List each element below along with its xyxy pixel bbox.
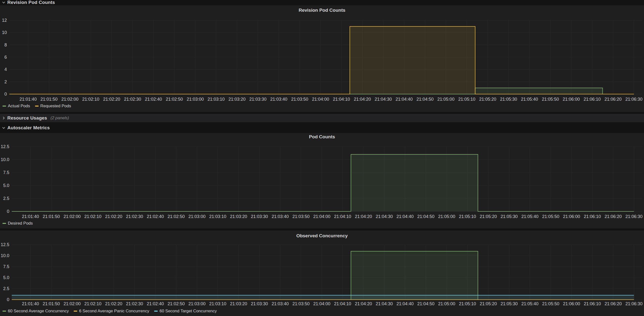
x-tick-label: 21:03:10 bbox=[209, 301, 226, 306]
x-tick-label: 21:03:20 bbox=[230, 214, 247, 219]
pod-counts-legend: Desired Pods bbox=[2, 221, 33, 226]
y-tick-label: 2.5 bbox=[3, 286, 9, 291]
x-axis-labels: 21:01:4021:01:5021:02:0021:02:1021:02:20… bbox=[22, 301, 642, 306]
x-tick-label: 21:06:30 bbox=[626, 214, 642, 219]
legend-item[interactable]: 60 Second Target Concurrency bbox=[154, 309, 217, 314]
section-header-resource-usages[interactable]: Resource Usages (2 panels) bbox=[0, 114, 644, 122]
section-label: Resource Usages bbox=[7, 115, 47, 121]
x-tick-label: 21:02:40 bbox=[147, 214, 164, 219]
y-tick-label: 2.5 bbox=[3, 196, 9, 201]
y-tick-label: 0 bbox=[4, 92, 7, 96]
x-tick-label: 21:04:10 bbox=[334, 214, 351, 219]
chevron-down-icon bbox=[0, 0, 7, 4]
x-tick-label: 21:04:10 bbox=[333, 97, 350, 102]
legend-item[interactable]: Desired Pods bbox=[2, 221, 33, 226]
y-tick-label: 7.5 bbox=[3, 170, 9, 175]
x-tick-label: 21:01:40 bbox=[22, 214, 39, 219]
x-tick-label: 21:03:40 bbox=[270, 97, 288, 102]
grid bbox=[12, 245, 642, 300]
x-tick-label: 21:03:40 bbox=[272, 214, 289, 219]
section-label: Autoscaler Metrics bbox=[7, 125, 50, 130]
x-tick-label: 21:06:30 bbox=[626, 301, 642, 306]
series-fill bbox=[9, 26, 634, 94]
x-tick-label: 21:06:10 bbox=[584, 97, 601, 102]
x-tick-label: 21:01:40 bbox=[20, 97, 37, 102]
x-tick-label: 21:04:00 bbox=[312, 97, 329, 102]
x-tick-label: 21:01:40 bbox=[22, 301, 39, 306]
x-tick-label: 21:04:30 bbox=[376, 301, 393, 306]
observed-concurrency-plot[interactable]: 02.55.07.510.012.521:01:4021:01:5021:02:… bbox=[0, 231, 644, 316]
y-axis-labels: 024681012 bbox=[2, 18, 7, 96]
section-header-autoscaler-metrics[interactable]: Autoscaler Metrics bbox=[0, 124, 644, 132]
y-tick-label: 4 bbox=[4, 67, 7, 72]
x-tick-label: 21:04:20 bbox=[354, 97, 371, 102]
x-tick-label: 21:04:50 bbox=[417, 214, 434, 219]
legend-swatch bbox=[2, 223, 6, 224]
x-tick-label: 21:01:50 bbox=[43, 301, 60, 306]
x-tick-label: 21:02:40 bbox=[147, 301, 164, 306]
series-fill bbox=[9, 88, 634, 94]
legend-item[interactable]: 60 Second Average Concurrency bbox=[2, 309, 69, 314]
x-tick-label: 21:04:30 bbox=[375, 97, 392, 102]
x-tick-label: 21:04:00 bbox=[313, 214, 330, 219]
pod-counts-plot[interactable]: 02.55.07.510.012.521:01:4021:01:5021:02:… bbox=[0, 133, 644, 229]
x-tick-label: 21:03:00 bbox=[188, 301, 206, 306]
x-tick-label: 21:05:10 bbox=[459, 214, 476, 219]
x-tick-label: 21:06:00 bbox=[563, 214, 580, 219]
legend-item[interactable]: 6 Second Average Panic Concurrency bbox=[74, 309, 149, 314]
y-tick-label: 8 bbox=[4, 42, 7, 47]
x-tick-label: 21:05:20 bbox=[480, 214, 497, 219]
x-tick-label: 21:02:30 bbox=[124, 97, 141, 102]
x-tick-label: 21:04:20 bbox=[355, 214, 372, 219]
x-tick-label: 21:05:30 bbox=[500, 214, 518, 219]
x-tick-label: 21:02:30 bbox=[126, 301, 143, 306]
x-tick-label: 21:05:00 bbox=[437, 97, 454, 102]
x-tick-label: 21:03:30 bbox=[251, 301, 268, 306]
grid bbox=[9, 20, 642, 94]
observed-concurrency-legend: 60 Second Average Concurrency6 Second Av… bbox=[2, 309, 217, 314]
x-tick-label: 21:06:20 bbox=[604, 97, 622, 102]
legend-swatch bbox=[2, 311, 6, 312]
series-line bbox=[12, 154, 634, 211]
x-tick-label: 21:06:00 bbox=[563, 97, 580, 102]
legend-label: Actual Pods bbox=[8, 104, 30, 108]
x-tick-label: 21:03:10 bbox=[209, 214, 226, 219]
x-tick-label: 21:03:00 bbox=[188, 214, 206, 219]
x-tick-label: 21:05:00 bbox=[438, 301, 455, 306]
grid bbox=[12, 147, 642, 211]
legend-item[interactable]: Requested Pods bbox=[35, 104, 71, 108]
y-tick-label: 2 bbox=[4, 79, 7, 84]
revision-pod-counts-plot[interactable]: 02468101221:01:4021:01:5021:02:0021:02:1… bbox=[0, 5, 644, 112]
x-tick-label: 21:04:40 bbox=[396, 214, 414, 219]
legend-swatch bbox=[2, 106, 6, 107]
x-tick-label: 21:02:40 bbox=[145, 97, 162, 102]
y-tick-label: 0 bbox=[7, 209, 9, 214]
y-axis-labels: 02.55.07.510.012.5 bbox=[1, 144, 9, 214]
x-tick-label: 21:02:50 bbox=[168, 214, 185, 219]
x-tick-label: 21:05:10 bbox=[458, 97, 475, 102]
panel-revision-pod-counts: Revision Pod Counts 02468101221:01:4021:… bbox=[0, 5, 644, 112]
section-header-revision-pod-counts[interactable]: Revision Pod Counts bbox=[0, 0, 644, 5]
x-tick-label: 21:03:10 bbox=[208, 97, 225, 102]
y-tick-label: 12 bbox=[2, 18, 7, 23]
x-tick-label: 21:01:50 bbox=[43, 214, 60, 219]
series-line bbox=[9, 26, 634, 94]
chevron-right-icon bbox=[0, 116, 7, 120]
y-tick-label: 10 bbox=[2, 30, 7, 35]
x-tick-label: 21:03:30 bbox=[251, 214, 268, 219]
y-axis-labels: 02.55.07.510.012.5 bbox=[1, 242, 9, 302]
legend-label: Requested Pods bbox=[40, 104, 71, 108]
legend-label: 6 Second Average Panic Concurrency bbox=[79, 309, 149, 314]
legend-label: 60 Second Target Concurrency bbox=[160, 309, 217, 314]
x-tick-label: 21:02:00 bbox=[64, 301, 81, 306]
series-fill bbox=[12, 154, 634, 211]
x-tick-label: 21:06:20 bbox=[604, 301, 622, 306]
dashboard: Revision Pod Counts Revision Pod Counts … bbox=[0, 0, 644, 316]
x-tick-label: 21:06:10 bbox=[584, 214, 601, 219]
x-tick-label: 21:03:50 bbox=[292, 214, 310, 219]
x-tick-label: 21:02:10 bbox=[82, 97, 99, 102]
legend-item[interactable]: Actual Pods bbox=[2, 104, 30, 108]
x-axis-labels: 21:01:4021:01:5021:02:0021:02:1021:02:20… bbox=[22, 214, 642, 219]
y-tick-label: 10.0 bbox=[1, 157, 9, 162]
x-tick-label: 21:03:20 bbox=[230, 301, 247, 306]
